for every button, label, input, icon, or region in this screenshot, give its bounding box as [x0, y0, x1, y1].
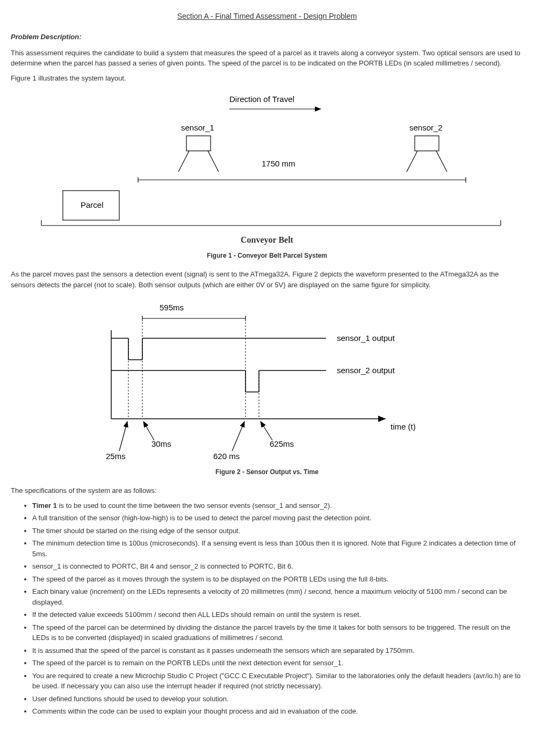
section-title: Section A - Final Timed Assessment - Des… [11, 11, 523, 22]
spec-item: Each binary value (increment) on the LED… [32, 586, 523, 607]
paragraph-2: Figure 1 illustrates the system layout. [11, 73, 523, 84]
spec-item: If the detected value exceeds 5100mm / s… [32, 609, 523, 620]
waveform-diagram: 595ms sensor_1 output sensor_2 output ti… [95, 301, 439, 462]
timer1-bold: Timer 1 [32, 501, 57, 510]
direction-label: Direction of Travel [229, 95, 294, 104]
spec-item: User defined functions should be used to… [32, 694, 523, 704]
svg-line-34 [119, 421, 127, 451]
spec-item: The speed of the parcel can be determine… [32, 622, 523, 643]
svg-rect-2 [186, 136, 211, 151]
figure-1: Direction of Travel sensor_1 sensor_2 17… [11, 94, 523, 228]
svg-rect-5 [415, 136, 439, 151]
spec-item: sensor_1 is connected to PORTC, Bit 4 an… [32, 561, 523, 572]
spec-item: The minimum detection time is 100us (mic… [32, 538, 523, 559]
t25-label: 25ms [106, 452, 126, 461]
t595-label: 595ms [160, 303, 184, 312]
paragraph-3: As the parcel moves past the sensors a d… [11, 269, 523, 290]
figure-1-caption: Figure 1 - Conveyor Belt Parcel System [11, 251, 523, 260]
svg-line-35 [143, 421, 154, 440]
svg-line-6 [407, 151, 417, 172]
sensor1-output-label: sensor_1 output [337, 333, 395, 343]
figure-2-caption: Figure 2 - Sensor Output vs. Time [11, 467, 523, 477]
svg-line-36 [232, 421, 244, 451]
svg-line-3 [178, 151, 189, 172]
t30-label: 30ms [151, 439, 171, 448]
svg-line-7 [436, 151, 447, 172]
distance-label: 1750 mm [262, 159, 295, 168]
spec-item: A full transition of the sensor (high-lo… [32, 513, 523, 524]
problem-description-label: Problem Description: [11, 32, 523, 42]
sensor1-label: sensor_1 [181, 123, 214, 132]
conveyor-belt-title: Conveyor Belt [11, 234, 523, 246]
spec-item: It is assumed that the speed of the parc… [32, 645, 523, 656]
spec-list: Timer 1 is to be used to count the time … [11, 500, 523, 717]
sensor2-label: sensor_2 [409, 123, 443, 132]
svg-line-4 [208, 151, 219, 172]
time-axis-label: time (t) [391, 422, 416, 431]
spec-item: Comments within the code can be used to … [32, 706, 523, 717]
conveyor-diagram: Direction of Travel sensor_1 sensor_2 17… [31, 94, 503, 228]
spec-item: Timer 1 is to be used to count the time … [32, 500, 523, 511]
spec-item: The speed of the parcel as it moves thro… [32, 574, 523, 585]
sensor2-output-label: sensor_2 output [337, 366, 395, 375]
svg-line-37 [261, 421, 272, 440]
spec-item: The speed of the parcel is to remain on … [32, 658, 523, 668]
figure-2: 595ms sensor_1 output sensor_2 output ti… [11, 301, 523, 462]
spec-item: You are required to create a new Microch… [32, 671, 523, 692]
paragraph-1: This assessment requires the candidate t… [11, 48, 523, 69]
spec-item: The timer should be started on the risin… [32, 526, 523, 536]
paragraph-4: The specifications of the system are as … [11, 485, 523, 496]
t620-label: 620 ms [213, 452, 240, 461]
spec-text: is to be used to count the time between … [57, 501, 332, 510]
t625-label: 625ms [270, 439, 294, 448]
parcel-label: Parcel [81, 200, 104, 209]
